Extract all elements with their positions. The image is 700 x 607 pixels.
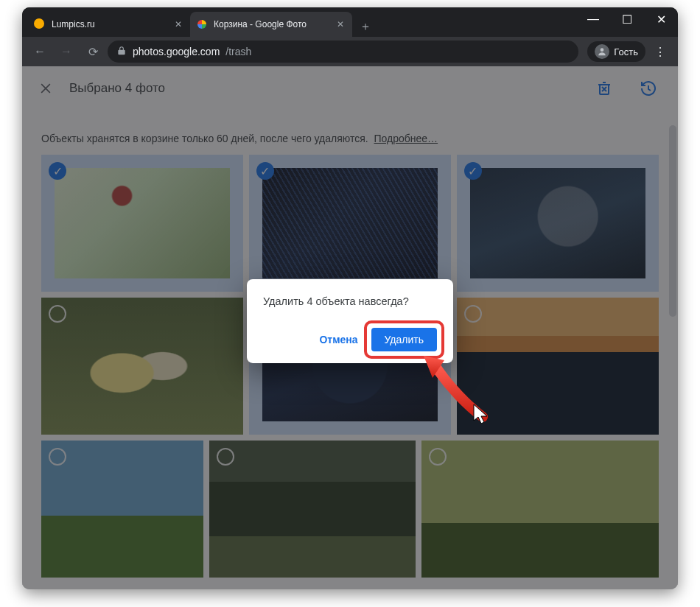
window-close-button[interactable]: ✕ bbox=[644, 7, 678, 31]
url-path: /trash bbox=[225, 46, 251, 57]
tab-label: Корзина - Google Фото bbox=[214, 19, 329, 29]
cancel-button[interactable]: Отмена bbox=[316, 328, 360, 351]
window-controls: — ☐ ✕ bbox=[576, 7, 678, 37]
profile-chip[interactable]: Гость bbox=[587, 41, 645, 62]
tab-close-icon[interactable]: ✕ bbox=[335, 18, 346, 30]
svg-point-0 bbox=[601, 48, 604, 52]
dialog-question: Удалить 4 объекта навсегда? bbox=[263, 295, 437, 307]
window-minimize-button[interactable]: — bbox=[576, 7, 610, 31]
lock-icon bbox=[116, 46, 127, 58]
new-tab-button[interactable]: ＋ bbox=[355, 16, 376, 37]
favicon-lumpics bbox=[34, 18, 46, 30]
favicon-google-photos bbox=[196, 18, 208, 30]
avatar-icon bbox=[595, 44, 609, 59]
url-host: photos.google.com bbox=[133, 46, 220, 57]
browser-tab[interactable]: Lumpics.ru ✕ bbox=[28, 12, 190, 37]
titlebar: Lumpics.ru ✕ Корзина - Google Фото ✕ bbox=[22, 7, 678, 37]
nav-forward-button[interactable]: → bbox=[55, 40, 78, 63]
browser-window: Lumpics.ru ✕ Корзина - Google Фото ✕ bbox=[22, 7, 678, 589]
page-content: Выбрано 4 фото Объекты хранятся в корзин… bbox=[22, 66, 678, 589]
browser-menu-button[interactable]: ⋮ bbox=[648, 40, 672, 63]
nav-reload-button[interactable]: ⟳ bbox=[81, 40, 105, 63]
omnibox[interactable]: photos.google.com/trash bbox=[108, 41, 578, 63]
annotation-arrow bbox=[416, 347, 505, 428]
address-bar: ← → ⟳ photos.google.com/trash Гость ⋮ bbox=[22, 37, 678, 66]
tab-strip: Lumpics.ru ✕ Корзина - Google Фото ✕ bbox=[22, 7, 376, 37]
profile-label: Гость bbox=[614, 46, 638, 57]
tab-close-icon[interactable]: ✕ bbox=[172, 18, 184, 30]
window-maximize-button[interactable]: ☐ bbox=[610, 7, 644, 31]
browser-tab[interactable]: Корзина - Google Фото ✕ bbox=[190, 12, 352, 37]
nav-back-button[interactable]: ← bbox=[28, 40, 52, 63]
tab-label: Lumpics.ru bbox=[52, 19, 167, 29]
